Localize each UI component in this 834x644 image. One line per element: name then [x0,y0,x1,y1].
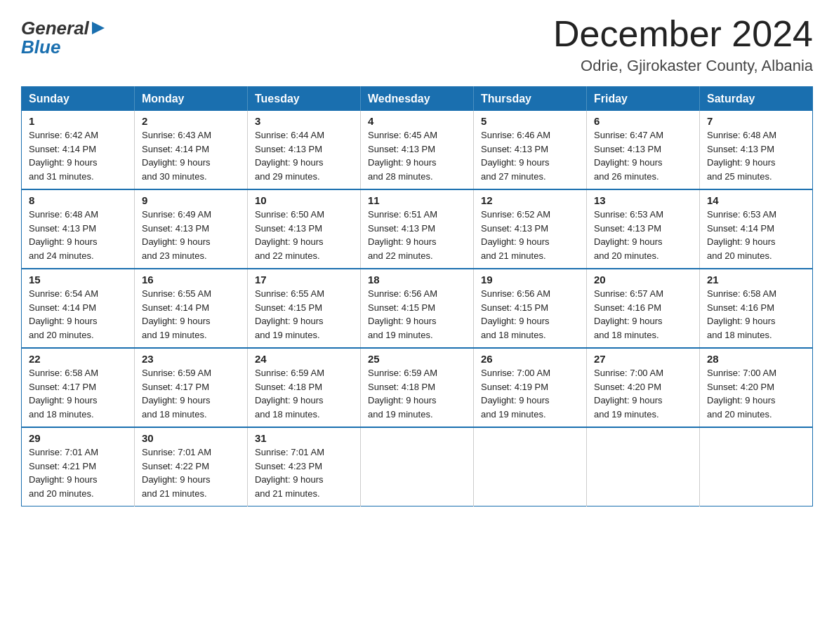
day-number: 20 [594,274,692,286]
day-info: Sunrise: 6:55 AM Sunset: 4:14 PM Dayligh… [142,287,240,342]
calendar-cell: 29 Sunrise: 7:01 AM Sunset: 4:21 PM Dayl… [22,427,135,507]
day-number: 22 [29,353,127,365]
day-info: Sunrise: 6:53 AM Sunset: 4:14 PM Dayligh… [707,208,805,262]
calendar-cell [361,427,474,507]
calendar-cell [700,427,813,507]
day-info: Sunrise: 7:01 AM Sunset: 4:22 PM Dayligh… [142,445,240,500]
calendar-cell: 22 Sunrise: 6:58 AM Sunset: 4:17 PM Dayl… [22,348,135,427]
calendar-table: SundayMondayTuesdayWednesdayThursdayFrid… [21,86,813,507]
month-title: December 2024 [553,14,813,54]
day-info: Sunrise: 6:47 AM Sunset: 4:13 PM Dayligh… [594,128,692,183]
day-info: Sunrise: 6:50 AM Sunset: 4:13 PM Dayligh… [255,208,353,262]
day-number: 24 [255,353,353,365]
calendar-cell [474,427,587,507]
day-number: 23 [142,353,240,365]
calendar-header-row: SundayMondayTuesdayWednesdayThursdayFrid… [22,87,813,112]
page-header: General Blue December 2024 Odrie, Gjirok… [21,14,813,75]
calendar-cell: 12 Sunrise: 6:52 AM Sunset: 4:13 PM Dayl… [474,189,587,269]
calendar-cell: 20 Sunrise: 6:57 AM Sunset: 4:16 PM Dayl… [587,269,700,348]
day-info: Sunrise: 6:42 AM Sunset: 4:14 PM Dayligh… [29,128,127,183]
day-number: 21 [707,274,805,286]
day-info: Sunrise: 6:46 AM Sunset: 4:13 PM Dayligh… [481,128,579,183]
location-title: Odrie, Gjirokaster County, Albania [553,57,813,75]
day-number: 13 [594,194,692,206]
calendar-cell: 24 Sunrise: 6:59 AM Sunset: 4:18 PM Dayl… [248,348,361,427]
calendar-cell: 4 Sunrise: 6:45 AM Sunset: 4:13 PM Dayli… [361,111,474,189]
day-info: Sunrise: 7:01 AM Sunset: 4:21 PM Dayligh… [29,445,127,500]
day-info: Sunrise: 6:56 AM Sunset: 4:15 PM Dayligh… [368,287,466,342]
calendar-cell: 28 Sunrise: 7:00 AM Sunset: 4:20 PM Dayl… [700,348,813,427]
day-info: Sunrise: 6:48 AM Sunset: 4:13 PM Dayligh… [707,128,805,183]
day-number: 15 [29,274,127,286]
calendar-cell: 18 Sunrise: 6:56 AM Sunset: 4:15 PM Dayl… [361,269,474,348]
calendar-cell: 8 Sunrise: 6:48 AM Sunset: 4:13 PM Dayli… [22,189,135,269]
day-number: 27 [594,353,692,365]
calendar-week-row: 29 Sunrise: 7:01 AM Sunset: 4:21 PM Dayl… [22,427,813,507]
calendar-week-row: 15 Sunrise: 6:54 AM Sunset: 4:14 PM Dayl… [22,269,813,348]
calendar-cell: 9 Sunrise: 6:49 AM Sunset: 4:13 PM Dayli… [135,189,248,269]
svg-marker-0 [92,22,105,34]
day-info: Sunrise: 6:58 AM Sunset: 4:17 PM Dayligh… [29,366,127,421]
day-number: 26 [481,353,579,365]
logo-arrow-icon [91,20,106,36]
day-number: 18 [368,274,466,286]
calendar-cell: 13 Sunrise: 6:53 AM Sunset: 4:13 PM Dayl… [587,189,700,269]
day-number: 9 [142,194,240,206]
calendar-cell: 6 Sunrise: 6:47 AM Sunset: 4:13 PM Dayli… [587,111,700,189]
day-number: 5 [481,115,579,127]
day-number: 6 [594,115,692,127]
calendar-cell: 25 Sunrise: 6:59 AM Sunset: 4:18 PM Dayl… [361,348,474,427]
day-header-monday: Monday [135,87,248,112]
day-header-thursday: Thursday [474,87,587,112]
day-info: Sunrise: 6:52 AM Sunset: 4:13 PM Dayligh… [481,208,579,262]
logo-blue-text: Blue [21,36,106,58]
day-number: 1 [29,115,127,127]
calendar-cell: 16 Sunrise: 6:55 AM Sunset: 4:14 PM Dayl… [135,269,248,348]
day-info: Sunrise: 6:58 AM Sunset: 4:16 PM Dayligh… [707,287,805,342]
day-info: Sunrise: 6:49 AM Sunset: 4:13 PM Dayligh… [142,208,240,262]
calendar-cell: 7 Sunrise: 6:48 AM Sunset: 4:13 PM Dayli… [700,111,813,189]
day-info: Sunrise: 6:54 AM Sunset: 4:14 PM Dayligh… [29,287,127,342]
calendar-cell: 14 Sunrise: 6:53 AM Sunset: 4:14 PM Dayl… [700,189,813,269]
day-number: 4 [368,115,466,127]
calendar-week-row: 1 Sunrise: 6:42 AM Sunset: 4:14 PM Dayli… [22,111,813,189]
day-number: 10 [255,194,353,206]
day-number: 7 [707,115,805,127]
day-number: 14 [707,194,805,206]
day-info: Sunrise: 6:51 AM Sunset: 4:13 PM Dayligh… [368,208,466,262]
title-section: December 2024 Odrie, Gjirokaster County,… [553,14,813,75]
day-number: 31 [255,432,353,444]
calendar-cell: 31 Sunrise: 7:01 AM Sunset: 4:23 PM Dayl… [248,427,361,507]
day-info: Sunrise: 6:59 AM Sunset: 4:18 PM Dayligh… [255,366,353,421]
day-info: Sunrise: 7:00 AM Sunset: 4:20 PM Dayligh… [707,366,805,421]
calendar-cell: 11 Sunrise: 6:51 AM Sunset: 4:13 PM Dayl… [361,189,474,269]
day-header-tuesday: Tuesday [248,87,361,112]
day-number: 29 [29,432,127,444]
day-info: Sunrise: 7:00 AM Sunset: 4:19 PM Dayligh… [481,366,579,421]
day-header-wednesday: Wednesday [361,87,474,112]
day-info: Sunrise: 6:57 AM Sunset: 4:16 PM Dayligh… [594,287,692,342]
calendar-cell: 15 Sunrise: 6:54 AM Sunset: 4:14 PM Dayl… [22,269,135,348]
day-info: Sunrise: 7:00 AM Sunset: 4:20 PM Dayligh… [594,366,692,421]
calendar-cell: 17 Sunrise: 6:55 AM Sunset: 4:15 PM Dayl… [248,269,361,348]
day-info: Sunrise: 6:45 AM Sunset: 4:13 PM Dayligh… [368,128,466,183]
calendar-cell: 1 Sunrise: 6:42 AM Sunset: 4:14 PM Dayli… [22,111,135,189]
calendar-cell: 19 Sunrise: 6:56 AM Sunset: 4:15 PM Dayl… [474,269,587,348]
calendar-cell: 5 Sunrise: 6:46 AM Sunset: 4:13 PM Dayli… [474,111,587,189]
day-info: Sunrise: 6:59 AM Sunset: 4:18 PM Dayligh… [368,366,466,421]
day-number: 12 [481,194,579,206]
day-number: 8 [29,194,127,206]
day-info: Sunrise: 6:53 AM Sunset: 4:13 PM Dayligh… [594,208,692,262]
day-number: 25 [368,353,466,365]
calendar-cell [587,427,700,507]
day-number: 30 [142,432,240,444]
calendar-cell: 3 Sunrise: 6:44 AM Sunset: 4:13 PM Dayli… [248,111,361,189]
day-header-sunday: Sunday [22,87,135,112]
day-number: 11 [368,194,466,206]
calendar-cell: 21 Sunrise: 6:58 AM Sunset: 4:16 PM Dayl… [700,269,813,348]
day-info: Sunrise: 7:01 AM Sunset: 4:23 PM Dayligh… [255,445,353,500]
day-info: Sunrise: 6:59 AM Sunset: 4:17 PM Dayligh… [142,366,240,421]
day-header-saturday: Saturday [700,87,813,112]
day-number: 28 [707,353,805,365]
day-number: 19 [481,274,579,286]
